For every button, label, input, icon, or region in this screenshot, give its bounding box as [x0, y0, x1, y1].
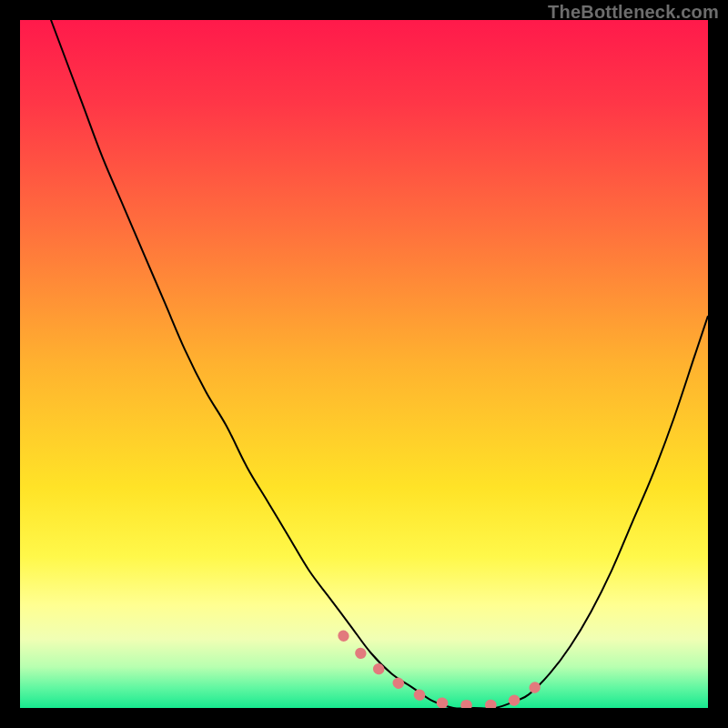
chart-svg: [20, 20, 708, 708]
chart-container: TheBottleneck.com: [0, 0, 728, 728]
chart-background: [20, 20, 708, 708]
watermark-text: TheBottleneck.com: [548, 2, 719, 23]
plot-area: [20, 20, 708, 708]
